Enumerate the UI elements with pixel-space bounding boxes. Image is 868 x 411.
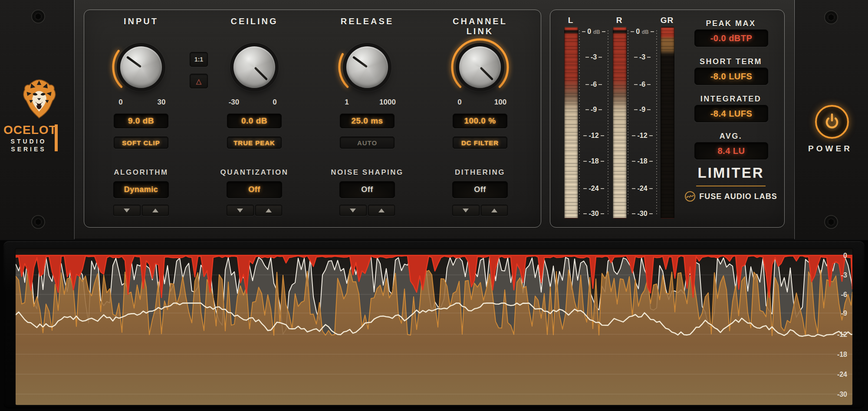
rack-faceplate: OCELOT STUDIO SERIES INPUT 0 30 9.0 dB S… [0,0,868,239]
dithering-prev-button[interactable] [452,205,480,216]
input-knob[interactable] [117,43,165,91]
auto-release-label: AUTO [357,139,377,147]
ceiling-section: CEILING -30 0 0.0 dB TRUE PEAK QUANTIZAT… [217,10,291,226]
channel-link-knob[interactable] [456,43,504,91]
quantization-select[interactable]: Off [227,181,282,198]
integrated-value: -8.4 LUFS [710,109,753,119]
quantization-value: Off [248,185,260,194]
svg-text:-12: -12 [837,331,847,338]
arrow-down-icon [463,209,469,212]
dithering-select[interactable]: Off [452,181,508,198]
soft-clip-button[interactable]: SOFT CLIP [114,137,168,149]
release-knob-face[interactable] [346,46,388,88]
ceiling-knob[interactable] [230,43,279,91]
screw-icon [824,10,838,25]
release-value-display[interactable]: 25.0 ms [340,114,395,128]
svg-text:0: 0 [843,252,847,259]
input-value: 9.0 dB [128,116,154,126]
channel-link-section: CHANNEL LINK 0 100 100.0 % DC FILTER DIT… [443,10,517,226]
noise-shaping-value: Off [361,185,373,194]
brand-bar [55,124,58,151]
dithering-next-button[interactable] [481,205,508,216]
arrow-up-icon [152,209,158,212]
noise-shaping-prev-button[interactable] [339,205,367,216]
arrow-up-icon [491,209,497,212]
algorithm-select[interactable]: Dynamic [113,181,169,198]
channel-link-label: CHANNEL LINK [443,16,517,36]
meter-gr-header: GR [656,16,678,25]
release-label: RELEASE [330,16,404,26]
peak-max-value: -0.0 dBTP [710,33,753,43]
svg-text:-6: -6 [841,291,847,298]
ceiling-value-display[interactable]: 0.0 dB [227,114,282,128]
ocelot-tiger-logo-icon [16,76,62,122]
ceiling-max-label: 0 [264,98,285,107]
noise-shaping-select[interactable]: Off [339,181,395,198]
avg-dynamics-display: 8.4 LU [694,142,768,160]
quantization-steppers [227,205,282,216]
limiter-plugin-window: OCELOT STUDIO SERIES INPUT 0 30 9.0 dB S… [0,0,868,411]
integrated-display: -8.4 LUFS [694,105,768,122]
scope-display: 0-3-6-9-12-18-24-30 [16,249,852,405]
avg-dynamics-value: 8.4 LU [717,146,745,156]
svg-text:-24: -24 [837,371,847,378]
input-value-display[interactable]: 9.0 dB [114,114,168,128]
channel-link-min-label: 0 [449,98,470,107]
peak-max-display: -0.0 dBTP [694,29,768,47]
quantization-prev-button[interactable] [227,205,254,216]
dithering-steppers [452,205,508,216]
channel-link-value: 100.0 % [464,116,496,126]
svg-text:-9: -9 [841,310,847,317]
input-section: INPUT 0 30 9.0 dB SOFT CLIP ALGORITHM Dy… [104,10,178,226]
algorithm-next-button[interactable] [142,205,169,216]
quantization-next-button[interactable] [255,205,283,216]
waveform-history-chart: 0-3-6-9-12-18-24-30 [16,249,852,405]
delta-monitor-button[interactable]: △ [190,74,208,88]
channel-link-value-display[interactable]: 100.0 % [453,114,507,128]
release-section: RELEASE 1 1000 25.0 ms AUTO NOISE SHAPIN… [330,10,404,226]
svg-text:-3: -3 [841,271,847,279]
input-knob-face[interactable] [120,46,162,88]
release-min-label: 1 [336,98,357,107]
vendor-logo-row: FUSE AUDIO LABS [684,191,778,202]
meter-bar-left [564,27,578,219]
delta-icon: △ [196,77,201,85]
meter-scale-1: 0 dB-3-6-9-12-18-24-30 [579,27,608,218]
true-peak-label: TRUE PEAK [233,139,275,147]
algorithm-steppers [113,205,169,216]
brand-sub1: STUDIO [3,138,54,145]
dithering-label: DITHERING [443,168,517,177]
one-to-one-monitor-button[interactable]: 1:1 [190,52,208,67]
meter-l-header: L [560,16,582,25]
ceiling-label: CEILING [217,16,291,26]
meter-bar-right [613,27,627,219]
screw-icon [31,215,46,229]
power-label: POWER [802,144,858,153]
noise-shaping-label: NOISE SHAPING [330,168,404,177]
algorithm-prev-button[interactable] [113,205,141,216]
one-to-one-label: 1:1 [194,56,203,63]
arrow-down-icon [237,209,243,212]
noise-shaping-next-button[interactable] [368,205,395,216]
input-min-label: 0 [110,98,131,107]
meter-scale-2: 0 dB-3-6-9-12-18-24-30 [628,27,657,218]
short-term-label: SHORT TERM [694,57,767,66]
power-button[interactable] [815,105,849,139]
ceiling-knob-face[interactable] [233,46,275,88]
ceiling-knob-pointer [254,67,268,81]
algorithm-label: ALGORITHM [104,168,178,177]
svg-text:-18: -18 [837,351,847,358]
auto-release-button[interactable]: AUTO [340,137,395,149]
true-peak-button[interactable]: TRUE PEAK [227,137,282,149]
arrow-down-icon [124,209,130,212]
release-knob[interactable] [343,43,391,91]
input-label: INPUT [104,16,178,26]
release-value: 25.0 ms [351,116,383,126]
ceiling-min-label: -30 [224,98,244,107]
dc-filter-label: DC FILTER [461,139,499,147]
channel-link-max-label: 100 [490,98,511,107]
channel-link-knob-face[interactable] [459,46,501,88]
brand-divider [696,186,766,186]
quantization-label: QUANTIZATION [217,168,291,177]
dc-filter-button[interactable]: DC FILTER [453,137,507,149]
